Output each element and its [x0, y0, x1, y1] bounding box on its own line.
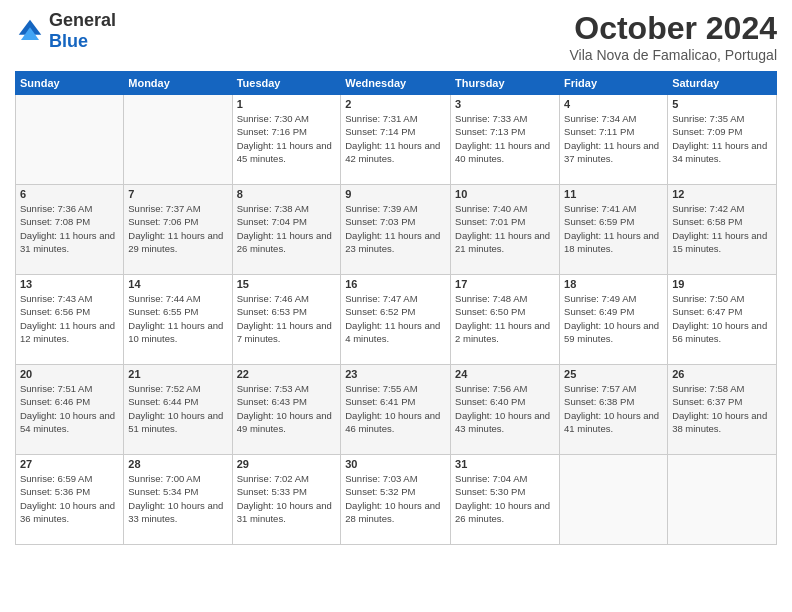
- day-number: 26: [672, 368, 772, 380]
- day-number: 16: [345, 278, 446, 290]
- day-info: Sunrise: 7:02 AMSunset: 5:33 PMDaylight:…: [237, 472, 337, 525]
- day-number: 30: [345, 458, 446, 470]
- day-number: 7: [128, 188, 227, 200]
- day-info: Sunrise: 7:53 AMSunset: 6:43 PMDaylight:…: [237, 382, 337, 435]
- day-number: 18: [564, 278, 663, 290]
- day-info: Sunrise: 7:36 AMSunset: 7:08 PMDaylight:…: [20, 202, 119, 255]
- day-number: 14: [128, 278, 227, 290]
- day-number: 9: [345, 188, 446, 200]
- day-cell: 7Sunrise: 7:37 AMSunset: 7:06 PMDaylight…: [124, 185, 232, 275]
- header-tuesday: Tuesday: [232, 72, 341, 95]
- day-info: Sunrise: 7:33 AMSunset: 7:13 PMDaylight:…: [455, 112, 555, 165]
- day-cell: 2Sunrise: 7:31 AMSunset: 7:14 PMDaylight…: [341, 95, 451, 185]
- day-cell: 8Sunrise: 7:38 AMSunset: 7:04 PMDaylight…: [232, 185, 341, 275]
- day-info: Sunrise: 7:50 AMSunset: 6:47 PMDaylight:…: [672, 292, 772, 345]
- day-number: 29: [237, 458, 337, 470]
- day-cell: 21Sunrise: 7:52 AMSunset: 6:44 PMDayligh…: [124, 365, 232, 455]
- day-number: 15: [237, 278, 337, 290]
- day-cell: 24Sunrise: 7:56 AMSunset: 6:40 PMDayligh…: [451, 365, 560, 455]
- day-info: Sunrise: 7:39 AMSunset: 7:03 PMDaylight:…: [345, 202, 446, 255]
- day-info: Sunrise: 7:49 AMSunset: 6:49 PMDaylight:…: [564, 292, 663, 345]
- day-cell: [668, 455, 777, 545]
- day-cell: 12Sunrise: 7:42 AMSunset: 6:58 PMDayligh…: [668, 185, 777, 275]
- day-number: 12: [672, 188, 772, 200]
- day-number: 25: [564, 368, 663, 380]
- day-info: Sunrise: 7:46 AMSunset: 6:53 PMDaylight:…: [237, 292, 337, 345]
- day-info: Sunrise: 7:57 AMSunset: 6:38 PMDaylight:…: [564, 382, 663, 435]
- day-cell: 28Sunrise: 7:00 AMSunset: 5:34 PMDayligh…: [124, 455, 232, 545]
- day-info: Sunrise: 7:43 AMSunset: 6:56 PMDaylight:…: [20, 292, 119, 345]
- day-cell: 27Sunrise: 6:59 AMSunset: 5:36 PMDayligh…: [16, 455, 124, 545]
- day-number: 11: [564, 188, 663, 200]
- day-cell: 3Sunrise: 7:33 AMSunset: 7:13 PMDaylight…: [451, 95, 560, 185]
- day-cell: 29Sunrise: 7:02 AMSunset: 5:33 PMDayligh…: [232, 455, 341, 545]
- day-info: Sunrise: 7:48 AMSunset: 6:50 PMDaylight:…: [455, 292, 555, 345]
- logo-text: General Blue: [49, 10, 116, 52]
- day-number: 6: [20, 188, 119, 200]
- day-info: Sunrise: 7:42 AMSunset: 6:58 PMDaylight:…: [672, 202, 772, 255]
- day-info: Sunrise: 7:41 AMSunset: 6:59 PMDaylight:…: [564, 202, 663, 255]
- day-number: 2: [345, 98, 446, 110]
- month-title: October 2024: [569, 10, 777, 47]
- day-info: Sunrise: 7:52 AMSunset: 6:44 PMDaylight:…: [128, 382, 227, 435]
- day-info: Sunrise: 7:30 AMSunset: 7:16 PMDaylight:…: [237, 112, 337, 165]
- day-cell: 9Sunrise: 7:39 AMSunset: 7:03 PMDaylight…: [341, 185, 451, 275]
- day-number: 13: [20, 278, 119, 290]
- day-number: 21: [128, 368, 227, 380]
- day-info: Sunrise: 7:03 AMSunset: 5:32 PMDaylight:…: [345, 472, 446, 525]
- day-cell: 4Sunrise: 7:34 AMSunset: 7:11 PMDaylight…: [560, 95, 668, 185]
- day-number: 28: [128, 458, 227, 470]
- day-number: 8: [237, 188, 337, 200]
- day-cell: 5Sunrise: 7:35 AMSunset: 7:09 PMDaylight…: [668, 95, 777, 185]
- day-cell: 31Sunrise: 7:04 AMSunset: 5:30 PMDayligh…: [451, 455, 560, 545]
- header-monday: Monday: [124, 72, 232, 95]
- day-cell: 11Sunrise: 7:41 AMSunset: 6:59 PMDayligh…: [560, 185, 668, 275]
- day-cell: 26Sunrise: 7:58 AMSunset: 6:37 PMDayligh…: [668, 365, 777, 455]
- logo-general: General: [49, 10, 116, 31]
- day-info: Sunrise: 7:04 AMSunset: 5:30 PMDaylight:…: [455, 472, 555, 525]
- day-info: Sunrise: 7:31 AMSunset: 7:14 PMDaylight:…: [345, 112, 446, 165]
- day-cell: 17Sunrise: 7:48 AMSunset: 6:50 PMDayligh…: [451, 275, 560, 365]
- day-number: 5: [672, 98, 772, 110]
- day-cell: 19Sunrise: 7:50 AMSunset: 6:47 PMDayligh…: [668, 275, 777, 365]
- logo-icon: [15, 16, 45, 46]
- day-cell: 13Sunrise: 7:43 AMSunset: 6:56 PMDayligh…: [16, 275, 124, 365]
- week-row-2: 6Sunrise: 7:36 AMSunset: 7:08 PMDaylight…: [16, 185, 777, 275]
- day-number: 10: [455, 188, 555, 200]
- header: General Blue October 2024 Vila Nova de F…: [15, 10, 777, 63]
- week-row-5: 27Sunrise: 6:59 AMSunset: 5:36 PMDayligh…: [16, 455, 777, 545]
- page-container: General Blue October 2024 Vila Nova de F…: [0, 0, 792, 555]
- day-number: 27: [20, 458, 119, 470]
- day-info: Sunrise: 7:35 AMSunset: 7:09 PMDaylight:…: [672, 112, 772, 165]
- header-sunday: Sunday: [16, 72, 124, 95]
- weekday-header-row: Sunday Monday Tuesday Wednesday Thursday…: [16, 72, 777, 95]
- day-cell: 1Sunrise: 7:30 AMSunset: 7:16 PMDaylight…: [232, 95, 341, 185]
- day-info: Sunrise: 7:37 AMSunset: 7:06 PMDaylight:…: [128, 202, 227, 255]
- day-info: Sunrise: 7:34 AMSunset: 7:11 PMDaylight:…: [564, 112, 663, 165]
- day-info: Sunrise: 7:00 AMSunset: 5:34 PMDaylight:…: [128, 472, 227, 525]
- day-number: 3: [455, 98, 555, 110]
- header-wednesday: Wednesday: [341, 72, 451, 95]
- day-cell: 30Sunrise: 7:03 AMSunset: 5:32 PMDayligh…: [341, 455, 451, 545]
- day-number: 17: [455, 278, 555, 290]
- week-row-3: 13Sunrise: 7:43 AMSunset: 6:56 PMDayligh…: [16, 275, 777, 365]
- day-info: Sunrise: 7:40 AMSunset: 7:01 PMDaylight:…: [455, 202, 555, 255]
- day-info: Sunrise: 7:58 AMSunset: 6:37 PMDaylight:…: [672, 382, 772, 435]
- day-info: Sunrise: 7:47 AMSunset: 6:52 PMDaylight:…: [345, 292, 446, 345]
- logo: General Blue: [15, 10, 116, 52]
- calendar: Sunday Monday Tuesday Wednesday Thursday…: [15, 71, 777, 545]
- day-info: Sunrise: 6:59 AMSunset: 5:36 PMDaylight:…: [20, 472, 119, 525]
- day-info: Sunrise: 7:38 AMSunset: 7:04 PMDaylight:…: [237, 202, 337, 255]
- day-cell: 15Sunrise: 7:46 AMSunset: 6:53 PMDayligh…: [232, 275, 341, 365]
- day-cell: 16Sunrise: 7:47 AMSunset: 6:52 PMDayligh…: [341, 275, 451, 365]
- day-cell: [560, 455, 668, 545]
- header-friday: Friday: [560, 72, 668, 95]
- day-cell: 10Sunrise: 7:40 AMSunset: 7:01 PMDayligh…: [451, 185, 560, 275]
- header-thursday: Thursday: [451, 72, 560, 95]
- title-section: October 2024 Vila Nova de Famalicao, Por…: [569, 10, 777, 63]
- day-cell: 18Sunrise: 7:49 AMSunset: 6:49 PMDayligh…: [560, 275, 668, 365]
- week-row-1: 1Sunrise: 7:30 AMSunset: 7:16 PMDaylight…: [16, 95, 777, 185]
- day-cell: 23Sunrise: 7:55 AMSunset: 6:41 PMDayligh…: [341, 365, 451, 455]
- day-number: 31: [455, 458, 555, 470]
- day-info: Sunrise: 7:56 AMSunset: 6:40 PMDaylight:…: [455, 382, 555, 435]
